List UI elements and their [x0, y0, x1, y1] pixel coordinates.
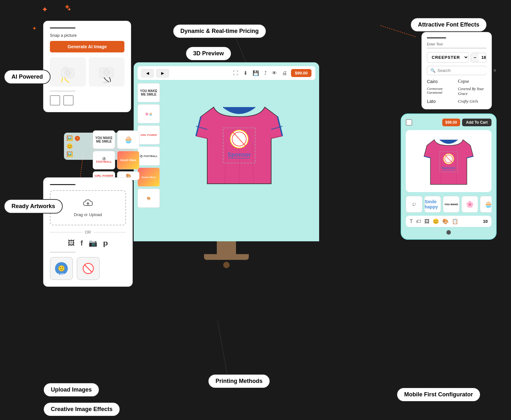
artwork-thumb-4[interactable]: Good Vibes — [117, 151, 139, 169]
mobile-thumb-2[interactable]: Smile happy — [424, 196, 441, 213]
nav-btn-1[interactable]: ◀ — [141, 69, 154, 77]
font-effects-panel: Enter Text CREEPSTER − 18 + 🔍 ✕ Cairo Co… — [421, 32, 492, 109]
text-input-line — [427, 48, 486, 48]
pinterest-icon[interactable]: 𝗽 — [103, 239, 108, 247]
tool-count: 10 — [483, 219, 488, 224]
sidebar-thumb-3[interactable]: GIRL POWER — [138, 125, 160, 144]
font-size-value: 18 — [479, 53, 486, 62]
layers-tool-icon[interactable]: 📋 — [452, 218, 458, 224]
text-tool-icon[interactable]: T — [410, 219, 413, 224]
svg-text:Sponsor: Sponsor — [227, 152, 251, 158]
mobile-add-to-cart[interactable]: Add To Cart — [462, 119, 491, 126]
mobile-checkbox[interactable] — [406, 119, 412, 126]
mobile-configurator-panel: $99.00 Add To Cart Sponsor 💭 Smile — [401, 113, 497, 240]
print-icon[interactable]: 🖨 — [281, 69, 288, 77]
sidebar-thumb-6[interactable]: 🎨 — [138, 189, 160, 208]
mobile-home-button[interactable] — [446, 230, 451, 235]
label-upload-images: Upload Images — [43, 383, 99, 397]
instagram-icon[interactable]: 📷 — [89, 239, 97, 247]
view-icon[interactable]: 👁 — [271, 69, 278, 77]
social-icons-row: 🖼 f 📷 𝗽 — [50, 239, 126, 247]
sparkle-icon-3: ✦ — [32, 26, 37, 31]
font-panel-divider — [427, 37, 446, 38]
font-item-covered[interactable]: Covered By Your Grace — [458, 87, 486, 96]
sparkle-icon: ✦ — [42, 6, 48, 13]
label-mobile-first: Mobile First Configurator — [397, 387, 481, 402]
label-dynamic-pricing: Dynamic & Real-time Pricing — [173, 24, 266, 38]
svg-point-7 — [103, 82, 110, 83]
panel-divider — [50, 27, 75, 28]
label-ai-powered: AI Powered — [4, 70, 51, 84]
download-icon[interactable]: ⬇ — [242, 69, 249, 77]
or-row: OR — [50, 230, 126, 235]
svg-text:Sponsor: Sponsor — [442, 166, 456, 170]
sidebar-thumb-1[interactable]: YOU MAKE ME SMILE — [138, 83, 160, 102]
font-item-crafty[interactable]: Crafty Girls — [458, 99, 486, 104]
share-icon[interactable]: ⤴ — [263, 69, 268, 77]
emoji-tool-icon[interactable]: 😊 — [433, 218, 439, 224]
effects-row: 🙂 BE SMILE — [50, 257, 126, 280]
svg-text:🙂: 🙂 — [58, 265, 65, 272]
nav-btn-2[interactable]: ▶ — [156, 69, 169, 77]
sparkle-icon-4: ✦ — [67, 7, 71, 12]
font-select[interactable]: CREEPSTER — [427, 52, 469, 63]
image-tool-icon[interactable]: 🖼 — [424, 219, 429, 224]
ai-image-1 — [50, 58, 86, 86]
checkbox-2[interactable] — [63, 95, 74, 105]
artwork-thumb-2[interactable]: 🧁 — [117, 130, 139, 149]
mobile-price: $99.00 — [442, 119, 460, 126]
mobile-thumb-1[interactable]: 💭 — [406, 196, 422, 213]
snap-label: Snap a picture — [50, 33, 124, 38]
font-search-input[interactable] — [437, 68, 491, 73]
or-line-right — [94, 232, 126, 232]
generate-ai-button[interactable]: Generate AI Image — [50, 41, 124, 52]
sidebar-thumb-4[interactable]: ⚽ FOOTBALL — [138, 146, 160, 166]
font-item-lato[interactable]: Lato — [427, 99, 455, 104]
effect-thumb-1[interactable]: 🙂 BE SMILE — [50, 257, 73, 280]
label-3d-preview: 3D Preview — [185, 46, 232, 61]
font-size-decrease[interactable]: − — [471, 53, 479, 62]
sidebar-thumb-5[interactable]: Good Vibes — [138, 167, 160, 187]
font-item-cormorant[interactable]: Cormorant Garamond — [427, 87, 455, 96]
mobile-tshirt: Sponsor — [423, 134, 474, 188]
svg-point-2 — [66, 71, 70, 75]
label-printing-methods: Printing Methods — [208, 374, 270, 388]
sticker-tool-icon[interactable]: 🏷 — [416, 219, 421, 224]
mobile-thumb-5[interactable]: 🧁 — [480, 196, 491, 213]
save-icon[interactable]: 💾 — [251, 69, 260, 77]
artwork-thumb-1[interactable]: YOU MAKE ME SMILE — [93, 130, 115, 149]
font-item-copse[interactable]: Copse — [458, 79, 486, 84]
monitor-toolbar: ◀ ▶ ⛶ ⬇ 💾 ⤴ 👁 🖨 $99.00 — [138, 66, 315, 80]
ai-image-row — [50, 58, 124, 86]
bottom-divider — [50, 91, 75, 91]
upload-panel: Drag or Upload OR 🖼 f 📷 𝗽 🙂 BE SMILE — [43, 177, 133, 287]
facebook-icon[interactable]: f — [81, 239, 83, 247]
desktop-monitor: ◀ ▶ ⛶ ⬇ 💾 ⤴ 👁 🖨 $99.00 YOU MAKE ME SMILE… — [134, 62, 319, 268]
ai-panel: Snap a picture Generate AI Image — [43, 21, 131, 112]
artwork-thumb-3[interactable]: ⚽ FOOTBALL — [93, 151, 115, 169]
checkbox-1[interactable] — [50, 95, 60, 105]
effects-tool-icon[interactable]: 🎨 — [442, 218, 449, 224]
ai-image-2 — [89, 58, 125, 86]
sidebar-thumb-2[interactable]: 🌸🧁 — [138, 104, 160, 123]
font-selector-row: CREEPSTER − 18 + — [427, 52, 486, 63]
svg-rect-3 — [64, 67, 68, 69]
artwork-badge: ! — [75, 136, 80, 141]
checkbox-row — [50, 95, 124, 105]
gallery-icon[interactable]: 🖼 — [68, 239, 75, 247]
svg-text:BE SMILE: BE SMILE — [56, 273, 67, 275]
monitor-dot — [223, 262, 230, 268]
or-line-left — [50, 232, 82, 232]
search-close-icon[interactable]: ✕ — [493, 68, 497, 73]
mobile-thumbnails: 💭 Smile happy YOU MAKE 🌸 🧁 — [406, 196, 491, 213]
font-item-cairo[interactable]: Cairo — [427, 79, 455, 84]
mobile-thumb-4[interactable]: 🌸 — [461, 196, 478, 213]
expand-icon[interactable]: ⛶ — [232, 69, 240, 77]
monitor-base — [204, 254, 249, 260]
mobile-thumb-3[interactable]: YOU MAKE — [443, 196, 460, 213]
monitor-sidebar: YOU MAKE ME SMILE 🌸🧁 GIRL POWER ⚽ FOOTBA… — [138, 83, 160, 208]
or-text: OR — [85, 230, 91, 235]
font-search-row[interactable]: 🔍 ✕ — [427, 66, 486, 75]
upload-cloud-icon — [58, 198, 118, 210]
effect-thumb-2[interactable] — [77, 257, 100, 280]
